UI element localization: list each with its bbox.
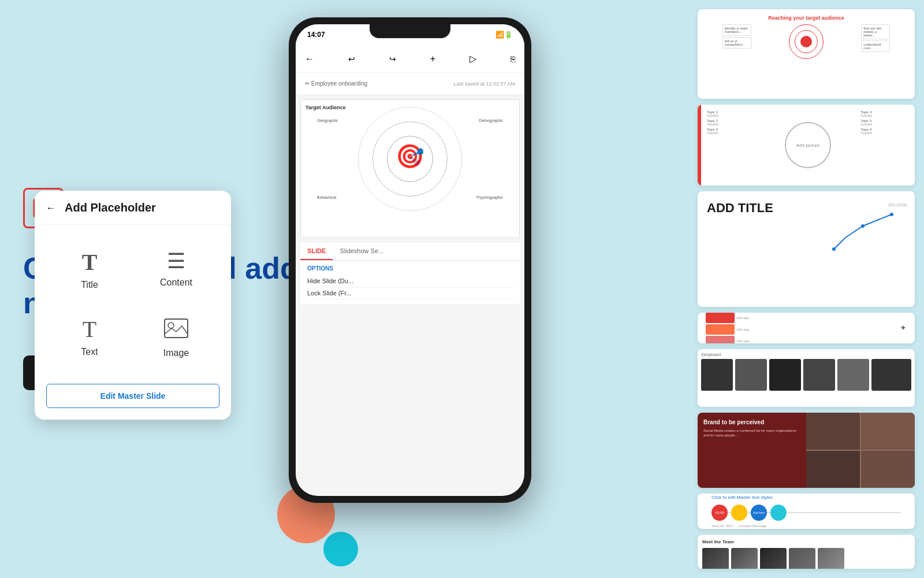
phone-notch (370, 24, 450, 38)
slide-thumb-master-text-2[interactable]: Click to edit Master text styles YEAR Ad… (698, 494, 915, 529)
svg-rect-2 (165, 319, 188, 338)
back-icon[interactable]: ← (305, 54, 314, 64)
slide-thumb-add-title[interactable]: ADD TITLE BIG GOAL (698, 191, 915, 307)
svg-point-6 (890, 213, 893, 216)
add-title-content: ADD TITLE BIG GOAL (698, 191, 915, 307)
svg-point-5 (861, 224, 865, 228)
slide-thumb-target-audience[interactable]: Reaching your target audience identify y… (698, 9, 915, 99)
content-placeholder-label: Content (160, 277, 192, 288)
edit-icon: ✏ Employee onboarding (305, 80, 367, 87)
decorative-blob-teal (323, 532, 358, 566)
content-placeholder-icon: ☰ (167, 251, 185, 272)
play-icon[interactable]: ▷ (470, 53, 476, 64)
placeholder-title-option[interactable]: T Title (46, 237, 133, 304)
share-icon[interactable]: ⎘ (511, 54, 515, 64)
signal-icons: 📶🔋 (495, 31, 513, 39)
text-placeholder-icon: T (83, 318, 96, 341)
redo-icon[interactable]: ↪ (389, 54, 396, 64)
text-placeholder-label: Text (81, 347, 98, 357)
target-slide: Target Audience 🎯 Geographic Demographic… (301, 100, 519, 238)
placeholder-image-option[interactable]: Image (133, 304, 219, 372)
slide-thumb-meet-team[interactable]: Meet the Team (698, 535, 915, 569)
phone-breadcrumb: ✏ Employee onboarding Last saved at 12:0… (296, 73, 524, 95)
meet-team-title: Meet the Team (702, 539, 910, 544)
slide-preview: Target Audience 🎯 Geographic Demographic… (300, 99, 520, 238)
slide-thumb-master-text-1[interactable]: Click to edit Master text styles Add app… (698, 313, 915, 343)
svg-point-3 (168, 323, 174, 328)
title-placeholder-label: Title (81, 280, 98, 290)
add-icon[interactable]: + (430, 54, 435, 64)
big-goal-label: BIG GOAL (889, 203, 908, 207)
team-photo-2 (731, 548, 758, 569)
undo-icon[interactable]: ↩ (348, 54, 355, 64)
phone-outer: 14:07 📶🔋 ← ↩ ↪ + ▷ ⎘ ✏ Employee onboardi… (289, 17, 531, 503)
team-photo-1 (702, 548, 729, 569)
options-label: OPTIONS (307, 265, 513, 272)
title-placeholder-icon: T (82, 251, 98, 274)
phone-mockup: 14:07 📶🔋 ← ↩ ↪ + ▷ ⎘ ✏ Employee onboardi… (289, 17, 531, 503)
lock-slide-option[interactable]: Lock Slide (Fr... (307, 287, 513, 299)
image-placeholder-label: Image (163, 348, 189, 358)
brand-title: Brand to be perceived (703, 418, 800, 426)
phone-screen: 14:07 📶🔋 ← ↩ ↪ + ▷ ⎘ ✏ Employee onboardi… (296, 24, 524, 496)
image-placeholder-icon (163, 318, 189, 342)
dialog-placeholder-grid: T Title ☰ Content T Text Image (35, 225, 231, 384)
dialog-back-button[interactable]: ← (46, 203, 55, 213)
phone-time: 14:07 (307, 31, 325, 39)
target-audience-title: Reaching your target audience (703, 15, 909, 21)
slide-tabs[interactable]: SLIDE Slideshow Se... (300, 243, 520, 261)
slide-thumb-brand[interactable]: Brand to be perceived Social Media creat… (698, 413, 915, 488)
slide-thumb-circle-diagram[interactable]: Topic 1Subtitle Topic 2Subtitle Topic 3S… (698, 105, 915, 186)
dialog-header: ← Add Placeholder (35, 191, 231, 225)
master-text-label: Click to edit Master text styles Add app… (706, 313, 900, 343)
last-saved: Last saved at 12:02:07 AM (453, 81, 515, 87)
placeholder-text-option[interactable]: T Text (46, 304, 133, 372)
storyboard-label: Storyboard (701, 353, 911, 357)
dialog-title: Add Placeholder (65, 201, 156, 214)
placeholder-content-option[interactable]: ☰ Content (133, 237, 219, 304)
phone-toolbar[interactable]: ← ↩ ↪ + ▷ ⎘ (296, 45, 524, 73)
slide-tab-slideshow[interactable]: Slideshow Se... (333, 243, 390, 260)
hide-slide-option[interactable]: Hide Slide (Du... (307, 275, 513, 287)
team-photos (702, 548, 910, 569)
add-placeholder-dialog: ← Add Placeholder T Title ☰ Content T Te… (35, 191, 231, 420)
target-circles: 🎯 Geographic Demographic Behavioral Psyc… (305, 113, 515, 205)
slide-tab-slide[interactable]: SLIDE (300, 243, 333, 260)
team-photo-4 (789, 548, 815, 569)
svg-point-4 (832, 247, 836, 251)
slide-thumb-storyboard[interactable]: Storyboard (698, 349, 915, 407)
team-photo-5 (818, 548, 844, 569)
right-panel: Reaching your target audience identify y… (693, 0, 924, 578)
dart-icon: 🎯 (396, 143, 424, 170)
slide-options: OPTIONS Hide Slide (Du... Lock Slide (Fr… (300, 261, 520, 304)
master-edit-icon[interactable]: ✦ (900, 323, 907, 332)
edit-master-slide-button[interactable]: Edit Master Slide (46, 384, 219, 408)
team-photo-3 (760, 548, 787, 569)
